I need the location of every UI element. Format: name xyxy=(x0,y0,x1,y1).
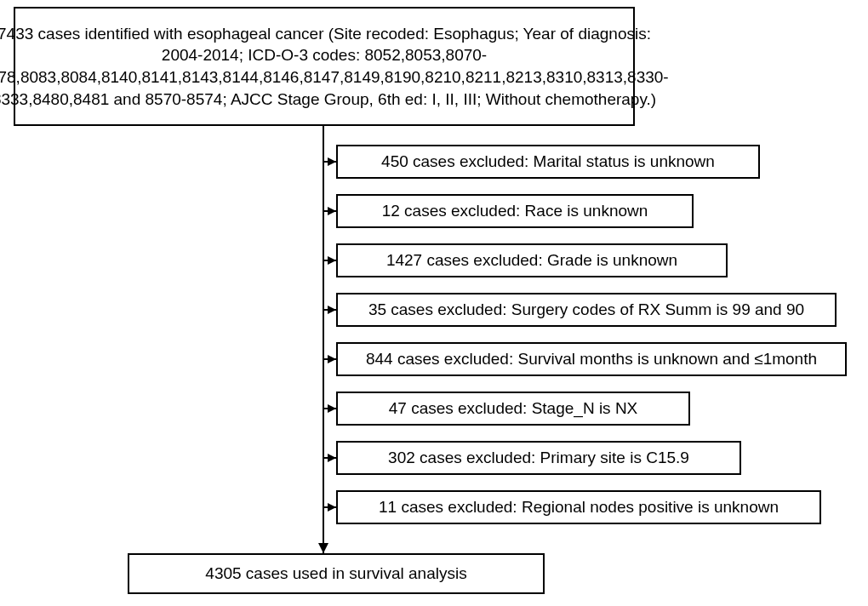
exclusion-text: 47 cases excluded: Stage_N is NX xyxy=(389,397,638,420)
exclusion-text: 450 cases excluded: Marital status is un… xyxy=(381,151,715,173)
exclusion-text: 12 cases excluded: Race is unknown xyxy=(382,200,648,222)
exclusion-text: 35 cases excluded: Surgery codes of RX S… xyxy=(368,299,804,321)
svg-marker-11 xyxy=(328,355,336,363)
exclusion-box-2: 12 cases excluded: Race is unknown xyxy=(336,194,694,228)
branch-1 xyxy=(323,157,336,166)
result-box: 4305 cases used in survival analysis xyxy=(128,553,545,594)
branch-8 xyxy=(323,503,336,512)
svg-marker-3 xyxy=(328,157,336,166)
branch-3 xyxy=(323,256,336,265)
branch-5 xyxy=(323,355,336,363)
exclusion-box-4: 35 cases excluded: Surgery codes of RX S… xyxy=(336,293,837,327)
exclusion-text: 11 cases excluded: Regional nodes positi… xyxy=(379,496,779,518)
identification-box: 7433 cases identified with esophageal ca… xyxy=(14,7,635,126)
exclusion-text: 302 cases excluded: Primary site is C15.… xyxy=(388,447,689,469)
svg-marker-13 xyxy=(328,404,336,413)
svg-marker-15 xyxy=(328,454,336,462)
exclusion-box-8: 11 cases excluded: Regional nodes positi… xyxy=(336,490,821,524)
exclusion-box-6: 47 cases excluded: Stage_N is NX xyxy=(336,392,690,426)
svg-marker-5 xyxy=(328,207,336,215)
svg-marker-7 xyxy=(328,256,336,265)
svg-marker-1 xyxy=(318,543,328,553)
flowchart-canvas: 7433 cases identified with esophageal ca… xyxy=(0,0,868,606)
branch-6 xyxy=(323,404,336,413)
branch-2 xyxy=(323,207,336,215)
identification-text: 7433 cases identified with esophageal ca… xyxy=(0,23,669,111)
branch-7 xyxy=(323,454,336,462)
exclusion-text: 844 cases excluded: Survival months is u… xyxy=(366,348,817,370)
exclusion-box-1: 450 cases excluded: Marital status is un… xyxy=(336,145,760,179)
svg-marker-9 xyxy=(328,306,336,314)
branch-4 xyxy=(323,306,336,314)
svg-marker-17 xyxy=(328,503,336,512)
exclusion-box-3: 1427 cases excluded: Grade is unknown xyxy=(336,243,728,277)
result-text: 4305 cases used in survival analysis xyxy=(205,563,466,585)
exclusion-box-7: 302 cases excluded: Primary site is C15.… xyxy=(336,441,741,475)
exclusion-text: 1427 cases excluded: Grade is unknown xyxy=(386,249,677,272)
exclusion-box-5: 844 cases excluded: Survival months is u… xyxy=(336,342,847,376)
